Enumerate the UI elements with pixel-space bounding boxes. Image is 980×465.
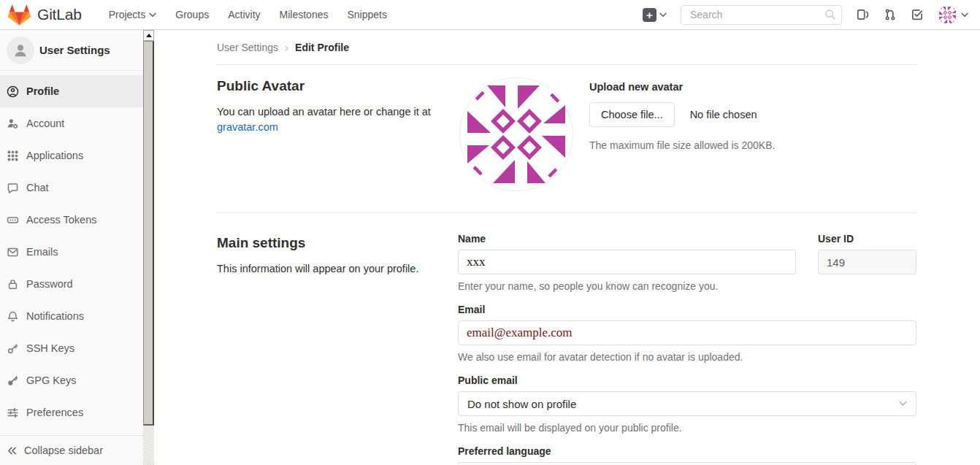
search-input[interactable] (681, 5, 842, 25)
breadcrumb-current: Edit Profile (295, 42, 349, 53)
gitlab-home-link[interactable]: GitLab (7, 4, 82, 26)
public-email-field-group: Public email Do not show on profile This… (458, 374, 916, 434)
search-icon (824, 9, 836, 20)
chevron-down-icon (149, 12, 156, 18)
choose-file-button[interactable]: Choose file... (589, 102, 675, 127)
gitlab-logo-icon (7, 4, 31, 26)
email-label: Email (458, 304, 916, 315)
sidebar-header: User Settings (0, 30, 143, 71)
chevron-down-icon (899, 401, 907, 407)
sidebar-item-gpg-keys[interactable]: GPG Keys (0, 364, 143, 396)
sidebar-item-profile[interactable]: Profile (0, 75, 143, 107)
section-title: Public Avatar (217, 78, 458, 94)
main-settings-section: Main settings This information will appe… (217, 213, 916, 465)
breadcrumb: User Settings › Edit Profile (217, 30, 916, 65)
scrollbar-thumb[interactable] (143, 41, 154, 426)
emails-icon (7, 246, 19, 258)
name-label: Name (458, 233, 796, 245)
sidebar-title: User Settings (39, 44, 110, 56)
gitlab-wordmark: GitLab (37, 6, 82, 23)
sidebar-item-account[interactable]: Account (0, 107, 143, 139)
sidebar-item-ssh-keys[interactable]: SSH Keys (0, 332, 143, 364)
nav-activity[interactable]: Activity (220, 9, 268, 20)
sidebar-menu: Profile Account Applications Chat Access… (0, 71, 143, 429)
gravatar-link[interactable]: gravatar.com (217, 121, 278, 133)
upload-avatar-title: Upload new avatar (589, 81, 775, 93)
new-menu-button[interactable]: + (643, 8, 667, 22)
breadcrumb-user-settings[interactable]: User Settings (217, 42, 278, 53)
sidebar-item-access-tokens[interactable]: Access Tokens (0, 204, 143, 236)
account-icon (7, 118, 19, 130)
chevron-down-icon (659, 12, 667, 18)
sidebar-scrollbar[interactable] (143, 30, 154, 465)
sidebar-item-preferences[interactable]: Preferences (0, 396, 143, 429)
user-settings-avatar (7, 36, 34, 64)
email-help-text: We also use email for avatar detection i… (458, 351, 916, 363)
name-help-text: Enter your name, so people you know can … (458, 280, 916, 292)
email-field-group: Email We also use email for avatar detec… (458, 304, 916, 363)
ssh-keys-icon (7, 342, 19, 355)
issues-icon[interactable] (856, 8, 870, 21)
breadcrumb-separator: › (285, 41, 288, 53)
chat-icon (7, 182, 19, 194)
main-content: User Settings › Edit Profile Public Avat… (154, 30, 980, 465)
primary-nav: Projects Groups Activity Milestones Snip… (101, 9, 395, 20)
preferred-language-field-group: Preferred language (458, 445, 916, 465)
section-description: This information will appear on your pro… (217, 261, 436, 277)
sidebar-item-applications[interactable]: Applications (0, 139, 143, 172)
preferences-icon (7, 407, 19, 419)
preferred-language-select[interactable] (458, 462, 916, 465)
settings-sidebar: User Settings Profile Account Applicatio… (0, 30, 143, 465)
plus-icon: + (643, 8, 656, 22)
user-id-field-group: User ID (818, 233, 916, 274)
sidebar-item-password[interactable]: Password (0, 268, 143, 300)
global-search (681, 5, 842, 25)
merge-requests-icon[interactable] (884, 8, 897, 21)
section-description: You can upload an avatar here or change … (217, 104, 436, 135)
sidebar-item-notifications[interactable]: Notifications (0, 300, 143, 332)
public-avatar-section: Public Avatar You can upload an avatar h… (217, 65, 916, 213)
access-tokens-icon (7, 214, 19, 226)
todos-icon[interactable] (911, 8, 924, 21)
nav-projects[interactable]: Projects (101, 9, 165, 20)
public-email-select[interactable]: Do not show on profile (458, 391, 916, 416)
applications-icon (7, 150, 19, 162)
name-input[interactable] (458, 250, 796, 274)
max-file-size-help: The maximum file size allowed is 200KB. (589, 139, 775, 151)
name-field-group: Name (458, 233, 796, 274)
chevron-down-icon (961, 12, 968, 18)
user-id-input (818, 250, 916, 274)
notifications-icon (7, 310, 19, 323)
sidebar-item-chat[interactable]: Chat (0, 172, 143, 204)
user-menu[interactable] (938, 5, 968, 25)
nav-milestones[interactable]: Milestones (272, 9, 337, 20)
preferred-language-label: Preferred language (458, 445, 916, 457)
user-avatar (938, 5, 957, 25)
public-email-help-text: This email will be displayed on your pub… (458, 422, 916, 434)
top-navbar: GitLab Projects Groups Activity Mileston… (0, 0, 980, 30)
collapse-sidebar-button[interactable]: Collapse sidebar (0, 435, 143, 465)
section-title: Main settings (217, 235, 458, 251)
password-icon (7, 278, 19, 291)
nav-groups[interactable]: Groups (167, 9, 217, 20)
no-file-chosen-text: No file chosen (690, 109, 757, 120)
user-id-label: User ID (818, 233, 916, 245)
gpg-keys-icon (7, 374, 19, 387)
collapse-chevrons-icon (7, 445, 18, 456)
scroll-up-arrow[interactable] (143, 30, 154, 41)
profile-avatar-image (458, 76, 575, 193)
nav-snippets[interactable]: Snippets (339, 9, 394, 20)
profile-icon (7, 85, 19, 98)
public-email-label: Public email (458, 374, 916, 386)
sidebar-item-emails[interactable]: Emails (0, 236, 143, 268)
email-input[interactable] (458, 320, 916, 345)
